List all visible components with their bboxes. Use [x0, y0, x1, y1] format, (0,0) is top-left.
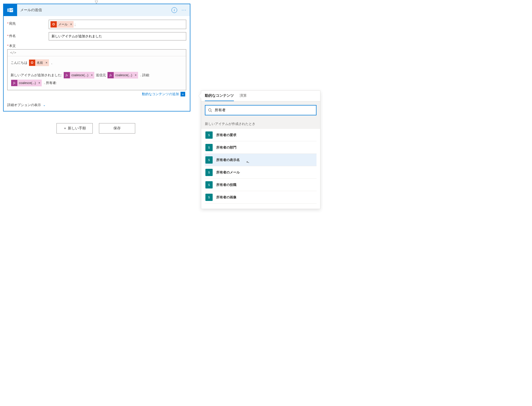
show-advanced-label: 詳細オプションの表示 [7, 103, 41, 107]
body-token-fx3[interactable]: fx coalesce(...) × [11, 80, 42, 86]
picker-tabs: 動的なコンテンツ 演算 [201, 91, 320, 101]
action-menu-button[interactable]: ··· [180, 6, 188, 14]
new-step-button[interactable]: ＋ 新しい手順 [56, 123, 93, 134]
callout-pointer-icon [199, 93, 201, 99]
picker-item[interactable]: S所有者の要求 [205, 129, 317, 141]
subject-field[interactable] [49, 32, 186, 40]
save-button[interactable]: 保存 [99, 123, 135, 134]
picker-item-label: 所有者の部門 [216, 145, 236, 150]
token-remove-icon[interactable]: × [38, 80, 40, 86]
tab-expression[interactable]: 演算 [240, 93, 247, 101]
body-editor[interactable]: </> こんにちは O 名前 × 、 新しいアイテムが追加されました: [7, 49, 186, 90]
body-token-fx1[interactable]: fx coalesce(...) × [64, 72, 94, 79]
info-button[interactable]: i [170, 6, 178, 14]
picker-item-label: 所有者の画像 [216, 195, 236, 200]
to-label: *宛先 [7, 20, 49, 26]
body-text: 新しいアイテムが追加されました: [11, 72, 62, 79]
picker-item-label: 所有者のメール [216, 170, 240, 175]
token-label: coalesce(...) [71, 72, 90, 78]
svg-point-3 [209, 109, 211, 111]
body-text: 送信元 [96, 72, 106, 79]
token-remove-icon[interactable]: × [70, 23, 72, 26]
fx-icon: fx [107, 72, 114, 78]
office-icon: O [29, 60, 35, 66]
to-token-mail[interactable]: O メール × [51, 21, 74, 28]
body-text: . 詳細: [140, 72, 150, 79]
sharepoint-icon: S [205, 131, 213, 139]
token-label: coalesce(...) [115, 72, 134, 78]
sharepoint-icon: S [205, 181, 213, 188]
add-dynamic-content-label: 動的なコンテンツの追加 [142, 92, 179, 96]
picker-section-header: 新しいアイテムが作成されたとき [201, 119, 320, 129]
ellipsis-icon: ··· [182, 8, 186, 12]
flow-footer: ＋ 新しい手順 保存 [56, 123, 135, 134]
token-label: 名前 [36, 60, 45, 66]
picker-item[interactable]: S所有者の役職 [205, 179, 317, 191]
sharepoint-icon: S [205, 194, 213, 201]
body-token-name[interactable]: O 名前 × [29, 59, 49, 66]
show-advanced-options[interactable]: 詳細オプションの表示 ⌄ [4, 100, 190, 111]
body-token-fx2[interactable]: fx coalesce(...) × [107, 72, 138, 79]
picker-search-input[interactable] [215, 108, 313, 112]
sharepoint-icon: S [205, 144, 213, 151]
token-label: メール [58, 22, 69, 27]
tab-dynamic-content[interactable]: 動的なコンテンツ [205, 93, 234, 101]
search-icon [208, 108, 212, 112]
token-label: coalesce(...) [18, 80, 37, 86]
token-remove-icon[interactable]: × [91, 72, 93, 78]
picker-item[interactable]: S所有者の部門 [205, 141, 317, 154]
body-text: こんにちは [11, 59, 27, 66]
picker-search[interactable] [205, 105, 317, 115]
sharepoint-icon: S [205, 156, 213, 164]
action-card-header[interactable]: メールの送信 i ··· [4, 4, 190, 16]
to-field[interactable]: O メール × ; [49, 20, 186, 29]
picker-item-label: 所有者の要求 [216, 133, 236, 137]
body-label: *本文 [7, 44, 186, 48]
code-view-icon[interactable]: </> [10, 51, 16, 54]
picker-item[interactable]: S所有者の画像 [205, 191, 317, 204]
editor-toolbar[interactable]: </> [8, 50, 186, 56]
body-text: 、 [51, 59, 54, 66]
picker-items: S所有者の要求S所有者の部門S所有者の表示名↖S所有者のメールS所有者の役職S所… [201, 129, 320, 209]
fx-icon: fx [11, 80, 17, 86]
body-content[interactable]: こんにちは O 名前 × 、 新しいアイテムが追加されました: fx [8, 56, 186, 90]
action-card-send-mail: メールの送信 i ··· *宛先 O メール × ; *件名 *本文 [3, 4, 190, 111]
svg-line-4 [211, 111, 212, 112]
picker-item[interactable]: S所有者のメール [205, 166, 317, 179]
subject-label: *件名 [7, 32, 49, 38]
action-title: メールの送信 [17, 8, 170, 12]
to-separator: ; [75, 23, 76, 26]
token-remove-icon[interactable]: × [135, 72, 136, 78]
subject-input[interactable] [50, 33, 185, 40]
picker-item[interactable]: S所有者の表示名↖ [205, 154, 317, 166]
sharepoint-icon: S [205, 169, 213, 176]
info-icon: i [171, 7, 177, 13]
plus-icon: + [181, 92, 185, 96]
picker-item-label: 所有者の表示名 [216, 158, 240, 162]
office-icon: O [51, 21, 57, 27]
fx-icon: fx [64, 72, 70, 78]
token-remove-icon[interactable]: × [46, 60, 47, 66]
cursor-icon: ↖ [246, 159, 250, 164]
add-dynamic-content-link[interactable]: 動的なコンテンツの追加 + [142, 92, 185, 96]
dynamic-content-picker: 動的なコンテンツ 演算 新しいアイテムが作成されたとき S所有者の要求S所有者の… [201, 90, 320, 209]
body-text: . 所有者: [44, 80, 57, 86]
outlook-icon [4, 4, 17, 16]
chevron-down-icon: ⌄ [43, 103, 46, 107]
picker-item-label: 所有者の役職 [216, 183, 236, 187]
